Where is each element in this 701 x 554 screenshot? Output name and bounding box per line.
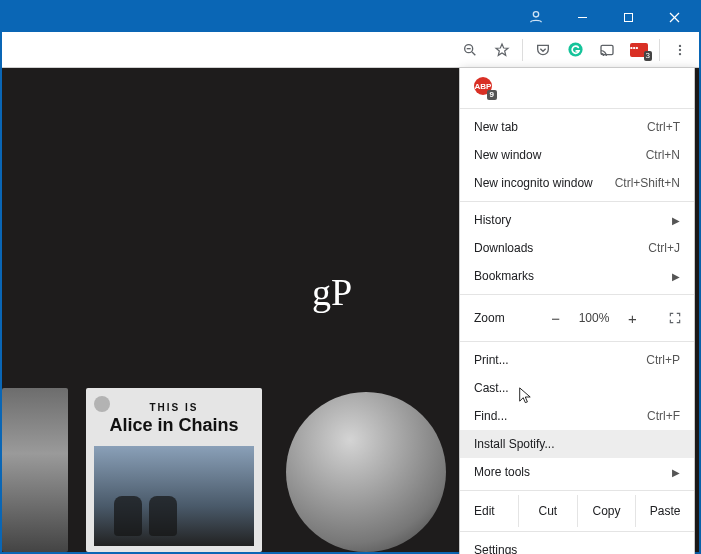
edit-label: Edit (460, 495, 518, 527)
chrome-main-menu: ABP 9 New tab Ctrl+T New window Ctrl+N N… (459, 67, 695, 554)
menu-item-more-tools[interactable]: More tools ▶ (460, 458, 694, 486)
edit-cut-button[interactable]: Cut (518, 495, 577, 527)
menu-label: Settings (474, 543, 680, 554)
spotify-logo-icon (94, 396, 110, 412)
zoom-label: Zoom (474, 311, 524, 325)
browser-toolbar: •••3 (2, 32, 699, 68)
fullscreen-button[interactable] (664, 307, 686, 329)
zoom-indicator-icon[interactable] (457, 37, 483, 63)
grammarly-extension-icon[interactable] (562, 37, 588, 63)
svg-point-14 (97, 399, 106, 408)
menu-item-settings[interactable]: Settings (460, 536, 694, 554)
menu-label: Cast... (474, 381, 680, 395)
menu-divider (460, 108, 694, 109)
window-minimize-button[interactable] (559, 2, 605, 32)
menu-item-new-window[interactable]: New window Ctrl+N (460, 141, 694, 169)
submenu-arrow-icon: ▶ (672, 467, 680, 478)
zoom-value: 100% (579, 311, 610, 325)
menu-item-print[interactable]: Print... Ctrl+P (460, 346, 694, 374)
window-close-button[interactable] (651, 2, 697, 32)
adblock-plus-icon: ABP 9 (474, 77, 492, 95)
artist-avatar[interactable] (286, 392, 446, 552)
window-titlebar (2, 2, 699, 32)
menu-label: Print... (474, 353, 646, 367)
menu-item-install-app[interactable]: Install Spotify... (460, 430, 694, 458)
site-logo: gP (312, 270, 352, 314)
menu-divider (460, 531, 694, 532)
svg-point-12 (679, 48, 681, 50)
pocket-extension-icon[interactable] (530, 37, 556, 63)
menu-shortcut: Ctrl+J (648, 241, 680, 255)
menu-label: Downloads (474, 241, 648, 255)
toolbar-separator (659, 39, 660, 61)
menu-item-edit: Edit Cut Copy Paste (460, 495, 694, 527)
svg-point-0 (533, 12, 538, 17)
menu-item-downloads[interactable]: Downloads Ctrl+J (460, 234, 694, 262)
menu-item-bookmarks[interactable]: Bookmarks ▶ (460, 262, 694, 290)
extension-badge: 3 (644, 51, 652, 61)
menu-label: Install Spotify... (474, 437, 680, 451)
svg-rect-2 (624, 13, 632, 21)
menu-label: New window (474, 148, 646, 162)
album-card-alice-in-chains[interactable]: THIS IS Alice in Chains (86, 388, 262, 552)
menu-shortcut: Ctrl+F (647, 409, 680, 423)
zoom-out-button[interactable]: − (547, 310, 565, 327)
menu-item-new-tab[interactable]: New tab Ctrl+T (460, 113, 694, 141)
menu-divider (460, 294, 694, 295)
window-maximize-button[interactable] (605, 2, 651, 32)
album-card[interactable] (2, 388, 68, 552)
svg-marker-8 (496, 44, 508, 55)
menu-item-zoom: Zoom − 100% + (460, 299, 694, 337)
menu-label: History (474, 213, 672, 227)
menu-item-find[interactable]: Find... Ctrl+F (460, 402, 694, 430)
lastpass-extension-icon[interactable]: •••3 (626, 37, 652, 63)
card-title: Alice in Chains (109, 415, 238, 436)
menu-shortcut: Ctrl+P (646, 353, 680, 367)
edit-paste-button[interactable]: Paste (635, 495, 694, 527)
omnibox-area[interactable] (8, 32, 451, 67)
submenu-arrow-icon: ▶ (672, 215, 680, 226)
svg-point-11 (679, 44, 681, 46)
menu-item-new-incognito[interactable]: New incognito window Ctrl+Shift+N (460, 169, 694, 197)
zoom-in-button[interactable]: + (623, 310, 641, 327)
album-card-row: THIS IS Alice in Chains (2, 388, 446, 552)
card-image (94, 446, 254, 546)
cast-extension-icon[interactable] (594, 37, 620, 63)
menu-item-cast[interactable]: Cast... (460, 374, 694, 402)
menu-divider (460, 201, 694, 202)
card-overline: THIS IS (149, 402, 198, 413)
svg-point-13 (679, 52, 681, 54)
menu-item-history[interactable]: History ▶ (460, 206, 694, 234)
menu-label: New incognito window (474, 176, 615, 190)
toolbar-separator (522, 39, 523, 61)
menu-label: More tools (474, 465, 672, 479)
menu-shortcut: Ctrl+N (646, 148, 680, 162)
menu-label: Bookmarks (474, 269, 672, 283)
submenu-arrow-icon: ▶ (672, 271, 680, 282)
bookmark-star-icon[interactable] (489, 37, 515, 63)
menu-extension-row[interactable]: ABP 9 (460, 68, 694, 104)
menu-label: Find... (474, 409, 647, 423)
svg-line-6 (472, 52, 475, 55)
menu-label: New tab (474, 120, 647, 134)
menu-shortcut: Ctrl+T (647, 120, 680, 134)
menu-shortcut: Ctrl+Shift+N (615, 176, 680, 190)
menu-divider (460, 490, 694, 491)
chrome-profile-icon[interactable] (513, 2, 559, 32)
abp-badge: 9 (487, 90, 497, 100)
chrome-menu-button[interactable] (667, 37, 693, 63)
svg-point-9 (568, 42, 582, 56)
menu-divider (460, 341, 694, 342)
edit-copy-button[interactable]: Copy (577, 495, 636, 527)
